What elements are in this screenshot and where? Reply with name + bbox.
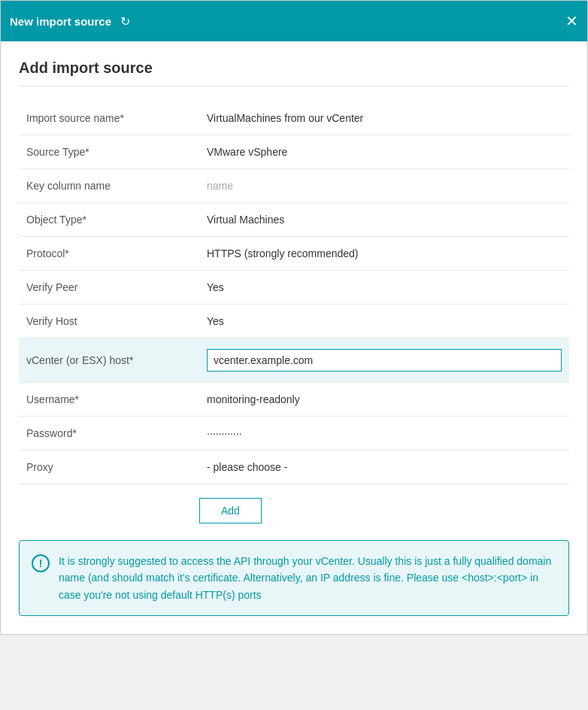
- field-label: Username*: [19, 383, 199, 417]
- form-content: Add import source Import source name*Vir…: [1, 41, 587, 634]
- field-text: ············: [207, 427, 242, 439]
- field-label: Password*: [19, 417, 199, 451]
- field-value: Yes: [199, 305, 569, 338]
- title-bar: New import source ↻ ✕: [1, 1, 587, 41]
- window-title: New import source: [10, 15, 111, 28]
- field-value: VMware vSphere: [199, 135, 569, 169]
- field-label: Proxy: [19, 451, 199, 484]
- page-title: Add import source: [19, 59, 569, 86]
- add-button-row: Add: [19, 484, 569, 531]
- form-row: Username*monitoring-readonly: [19, 383, 569, 417]
- field-value: name: [199, 169, 569, 203]
- info-text: It is strongly suggested to access the A…: [59, 553, 556, 603]
- close-icon: ✕: [565, 12, 578, 30]
- field-placeholder: name: [207, 180, 233, 192]
- field-label: Verify Host: [19, 305, 199, 338]
- field-value[interactable]: [199, 338, 569, 383]
- field-text: VirtualMachines from our vCenter: [207, 112, 363, 124]
- form-row: Source Type*VMware vSphere: [19, 135, 569, 169]
- field-label: Key column name: [19, 169, 199, 203]
- field-text: Virtual Machines: [207, 214, 284, 226]
- field-label: Import source name*: [19, 102, 199, 135]
- refresh-icon: ↻: [120, 14, 130, 29]
- form-row: Object Type*Virtual Machines: [19, 203, 569, 237]
- refresh-button[interactable]: ↻: [120, 14, 130, 29]
- info-box: ! It is strongly suggested to access the…: [19, 540, 569, 616]
- field-value: ············: [199, 417, 569, 451]
- form-row: Key column namename: [19, 169, 569, 203]
- field-value: HTTPS (strongly recommended): [199, 237, 569, 271]
- field-text: Yes: [207, 315, 224, 327]
- field-text: - please choose -: [207, 461, 287, 473]
- form-row: Verify PeerYes: [19, 271, 569, 305]
- form-table: Import source name*VirtualMachines from …: [19, 102, 569, 484]
- title-bar-left: New import source ↻: [10, 14, 130, 29]
- field-value: - please choose -: [199, 451, 569, 484]
- form-row: Password*············: [19, 417, 569, 451]
- add-button[interactable]: Add: [199, 498, 262, 523]
- form-row: Import source name*VirtualMachines from …: [19, 102, 569, 135]
- field-text: VMware vSphere: [207, 146, 287, 158]
- form-row: vCenter (or ESX) host*: [19, 338, 569, 383]
- field-label: vCenter (or ESX) host*: [19, 338, 199, 383]
- vcenter-host-input[interactable]: [207, 349, 562, 372]
- info-icon: !: [32, 554, 50, 572]
- field-label: Source Type*: [19, 135, 199, 169]
- form-row: Verify HostYes: [19, 305, 569, 338]
- close-button[interactable]: ✕: [565, 12, 578, 30]
- form-row: Protocol*HTTPS (strongly recommended): [19, 237, 569, 271]
- field-value: Yes: [199, 271, 569, 305]
- field-text: HTTPS (strongly recommended): [207, 247, 359, 259]
- field-label: Verify Peer: [19, 271, 199, 305]
- field-value: monitoring-readonly: [199, 383, 569, 417]
- form-row: Proxy- please choose -: [19, 451, 569, 484]
- field-text: monitoring-readonly: [207, 393, 300, 405]
- field-text: Yes: [207, 281, 224, 293]
- window: New import source ↻ ✕ Add import source …: [0, 0, 588, 635]
- field-label: Protocol*: [19, 237, 199, 271]
- field-value: VirtualMachines from our vCenter: [199, 102, 569, 135]
- field-label: Object Type*: [19, 203, 199, 237]
- field-value: Virtual Machines: [199, 203, 569, 237]
